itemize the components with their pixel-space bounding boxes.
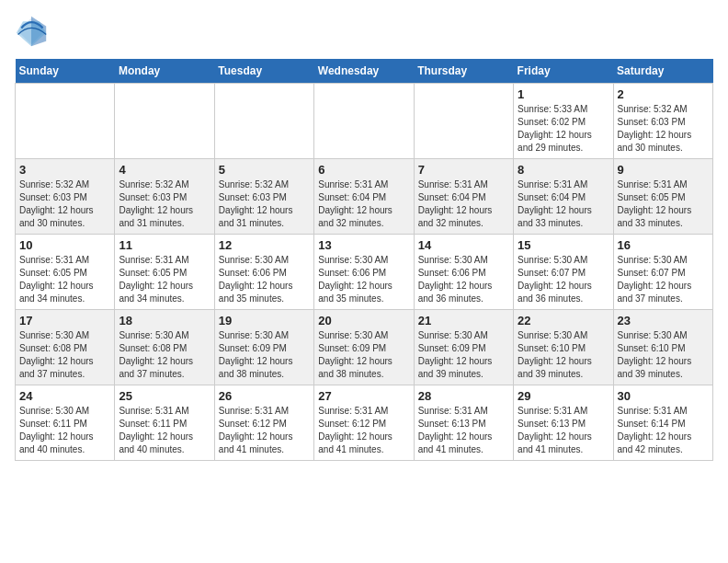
- calendar-header-row: SundayMondayTuesdayWednesdayThursdayFrid…: [16, 59, 713, 84]
- day-info: Sunrise: 5:31 AM Sunset: 6:04 PM Dayligh…: [418, 178, 509, 230]
- calendar-cell: 21Sunrise: 5:30 AM Sunset: 6:09 PM Dayli…: [414, 310, 513, 385]
- day-info: Sunrise: 5:31 AM Sunset: 6:05 PM Dayligh…: [19, 254, 110, 305]
- calendar-cell: 18Sunrise: 5:30 AM Sunset: 6:08 PM Dayli…: [115, 310, 214, 385]
- day-info: Sunrise: 5:31 AM Sunset: 6:13 PM Dayligh…: [418, 405, 509, 456]
- calendar-cell: 25Sunrise: 5:31 AM Sunset: 6:11 PM Dayli…: [115, 385, 214, 461]
- day-info: Sunrise: 5:31 AM Sunset: 6:11 PM Dayligh…: [119, 405, 210, 456]
- calendar-cell: 13Sunrise: 5:30 AM Sunset: 6:06 PM Dayli…: [314, 235, 414, 310]
- calendar-cell: [115, 84, 214, 159]
- weekday-header: Friday: [514, 59, 613, 84]
- day-info: Sunrise: 5:30 AM Sunset: 6:07 PM Dayligh…: [618, 254, 709, 305]
- day-number: 25: [119, 389, 210, 403]
- logo: [15, 15, 51, 48]
- calendar-cell: 29Sunrise: 5:31 AM Sunset: 6:13 PM Dayli…: [514, 385, 613, 461]
- day-info: Sunrise: 5:30 AM Sunset: 6:08 PM Dayligh…: [119, 329, 210, 381]
- calendar-cell: 26Sunrise: 5:31 AM Sunset: 6:12 PM Dayli…: [214, 385, 313, 461]
- day-number: 20: [318, 314, 409, 327]
- calendar-cell: 30Sunrise: 5:31 AM Sunset: 6:14 PM Dayli…: [613, 385, 712, 461]
- day-number: 18: [119, 314, 210, 327]
- day-number: 26: [219, 389, 310, 403]
- calendar-cell: [414, 84, 513, 159]
- calendar-cell: 6Sunrise: 5:31 AM Sunset: 6:04 PM Daylig…: [314, 159, 414, 235]
- calendar-cell: [16, 84, 115, 159]
- calendar-week-row: 1Sunrise: 5:33 AM Sunset: 6:02 PM Daylig…: [16, 84, 713, 159]
- calendar-cell: 24Sunrise: 5:30 AM Sunset: 6:11 PM Dayli…: [16, 385, 115, 461]
- calendar-cell: [314, 84, 414, 159]
- day-info: Sunrise: 5:32 AM Sunset: 6:03 PM Dayligh…: [618, 103, 709, 155]
- calendar-cell: 3Sunrise: 5:32 AM Sunset: 6:03 PM Daylig…: [16, 159, 115, 235]
- weekday-header: Tuesday: [214, 59, 313, 84]
- day-info: Sunrise: 5:31 AM Sunset: 6:05 PM Dayligh…: [618, 178, 709, 230]
- day-number: 7: [418, 163, 509, 177]
- calendar-week-row: 10Sunrise: 5:31 AM Sunset: 6:05 PM Dayli…: [16, 235, 713, 310]
- day-info: Sunrise: 5:31 AM Sunset: 6:14 PM Dayligh…: [618, 405, 709, 456]
- day-number: 2: [618, 87, 709, 101]
- day-info: Sunrise: 5:30 AM Sunset: 6:06 PM Dayligh…: [318, 254, 409, 305]
- day-number: 24: [19, 389, 110, 403]
- calendar-cell: 23Sunrise: 5:30 AM Sunset: 6:10 PM Dayli…: [613, 310, 712, 385]
- weekday-header: Thursday: [414, 59, 513, 84]
- day-number: 14: [418, 238, 509, 252]
- day-info: Sunrise: 5:31 AM Sunset: 6:12 PM Dayligh…: [219, 405, 310, 456]
- day-info: Sunrise: 5:30 AM Sunset: 6:07 PM Dayligh…: [518, 254, 609, 305]
- day-number: 9: [618, 163, 709, 177]
- day-number: 21: [418, 314, 509, 327]
- calendar-week-row: 24Sunrise: 5:30 AM Sunset: 6:11 PM Dayli…: [16, 385, 713, 461]
- calendar-cell: 20Sunrise: 5:30 AM Sunset: 6:09 PM Dayli…: [314, 310, 414, 385]
- calendar-cell: 15Sunrise: 5:30 AM Sunset: 6:07 PM Dayli…: [514, 235, 613, 310]
- day-number: 28: [418, 389, 509, 403]
- day-info: Sunrise: 5:33 AM Sunset: 6:02 PM Dayligh…: [518, 103, 609, 155]
- day-number: 4: [119, 163, 210, 177]
- day-number: 15: [518, 238, 609, 252]
- calendar-cell: 7Sunrise: 5:31 AM Sunset: 6:04 PM Daylig…: [414, 159, 513, 235]
- weekday-header: Sunday: [16, 59, 115, 84]
- calendar-cell: 28Sunrise: 5:31 AM Sunset: 6:13 PM Dayli…: [414, 385, 513, 461]
- day-number: 29: [518, 389, 609, 403]
- calendar-cell: 2Sunrise: 5:32 AM Sunset: 6:03 PM Daylig…: [613, 84, 712, 159]
- calendar-cell: 1Sunrise: 5:33 AM Sunset: 6:02 PM Daylig…: [514, 84, 613, 159]
- day-info: Sunrise: 5:30 AM Sunset: 6:11 PM Dayligh…: [19, 405, 110, 456]
- calendar-cell: 17Sunrise: 5:30 AM Sunset: 6:08 PM Dayli…: [16, 310, 115, 385]
- day-info: Sunrise: 5:31 AM Sunset: 6:12 PM Dayligh…: [318, 405, 409, 456]
- day-number: 10: [19, 238, 110, 252]
- calendar-cell: 22Sunrise: 5:30 AM Sunset: 6:10 PM Dayli…: [514, 310, 613, 385]
- calendar-table: SundayMondayTuesdayWednesdayThursdayFrid…: [15, 59, 713, 461]
- day-info: Sunrise: 5:30 AM Sunset: 6:09 PM Dayligh…: [219, 329, 310, 381]
- day-info: Sunrise: 5:32 AM Sunset: 6:03 PM Dayligh…: [19, 178, 110, 230]
- day-info: Sunrise: 5:32 AM Sunset: 6:03 PM Dayligh…: [119, 178, 210, 230]
- day-info: Sunrise: 5:31 AM Sunset: 6:04 PM Dayligh…: [318, 178, 409, 230]
- calendar-cell: 4Sunrise: 5:32 AM Sunset: 6:03 PM Daylig…: [115, 159, 214, 235]
- calendar-cell: 12Sunrise: 5:30 AM Sunset: 6:06 PM Dayli…: [214, 235, 313, 310]
- day-info: Sunrise: 5:30 AM Sunset: 6:06 PM Dayligh…: [219, 254, 310, 305]
- calendar-cell: 9Sunrise: 5:31 AM Sunset: 6:05 PM Daylig…: [613, 159, 712, 235]
- day-number: 27: [318, 389, 409, 403]
- calendar-cell: 10Sunrise: 5:31 AM Sunset: 6:05 PM Dayli…: [16, 235, 115, 310]
- day-number: 6: [318, 163, 409, 177]
- day-info: Sunrise: 5:30 AM Sunset: 6:09 PM Dayligh…: [318, 329, 409, 381]
- day-number: 23: [618, 314, 709, 327]
- day-number: 13: [318, 238, 409, 252]
- day-number: 11: [119, 238, 210, 252]
- calendar-week-row: 17Sunrise: 5:30 AM Sunset: 6:08 PM Dayli…: [16, 310, 713, 385]
- calendar-cell: 14Sunrise: 5:30 AM Sunset: 6:06 PM Dayli…: [414, 235, 513, 310]
- day-info: Sunrise: 5:31 AM Sunset: 6:04 PM Dayligh…: [518, 178, 609, 230]
- day-number: 22: [518, 314, 609, 327]
- day-info: Sunrise: 5:30 AM Sunset: 6:08 PM Dayligh…: [19, 329, 110, 381]
- weekday-header: Saturday: [613, 59, 712, 84]
- day-info: Sunrise: 5:31 AM Sunset: 6:05 PM Dayligh…: [119, 254, 210, 305]
- calendar-cell: 19Sunrise: 5:30 AM Sunset: 6:09 PM Dayli…: [214, 310, 313, 385]
- weekday-header: Wednesday: [314, 59, 414, 84]
- day-number: 16: [618, 238, 709, 252]
- day-info: Sunrise: 5:31 AM Sunset: 6:13 PM Dayligh…: [518, 405, 609, 456]
- day-info: Sunrise: 5:30 AM Sunset: 6:09 PM Dayligh…: [418, 329, 509, 381]
- day-info: Sunrise: 5:30 AM Sunset: 6:10 PM Dayligh…: [618, 329, 709, 381]
- calendar-cell: 27Sunrise: 5:31 AM Sunset: 6:12 PM Dayli…: [314, 385, 414, 461]
- calendar-cell: 5Sunrise: 5:32 AM Sunset: 6:03 PM Daylig…: [214, 159, 313, 235]
- day-info: Sunrise: 5:30 AM Sunset: 6:10 PM Dayligh…: [518, 329, 609, 381]
- day-number: 3: [19, 163, 110, 177]
- weekday-header: Monday: [115, 59, 214, 84]
- calendar-cell: 11Sunrise: 5:31 AM Sunset: 6:05 PM Dayli…: [115, 235, 214, 310]
- day-number: 8: [518, 163, 609, 177]
- day-number: 5: [219, 163, 310, 177]
- day-number: 1: [518, 87, 609, 101]
